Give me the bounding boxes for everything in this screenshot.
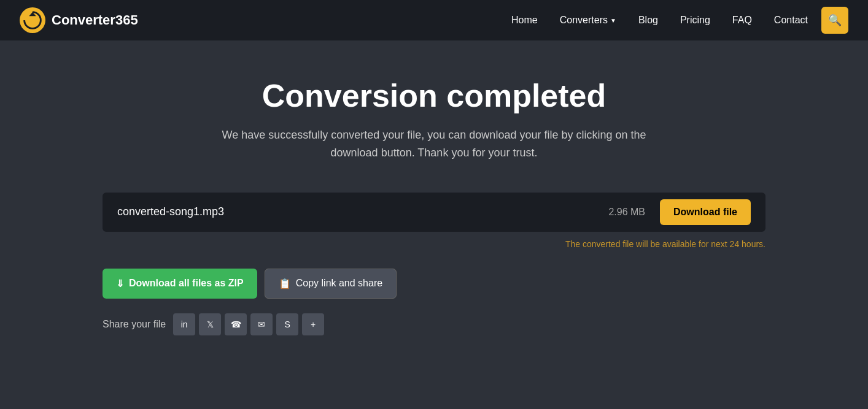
share-more-button[interactable]: +	[302, 313, 324, 335]
search-button[interactable]: 🔍	[821, 7, 848, 34]
hero-subtitle: We have successfully converted your file…	[219, 126, 649, 162]
download-zip-icon: ⇓	[116, 278, 124, 289]
availability-note: The converted file will be available for…	[103, 239, 765, 249]
download-file-button[interactable]: Download file	[660, 199, 751, 225]
file-row: converted-song1.mp3 2.96 MB Download fil…	[103, 193, 765, 232]
share-label: Share your file	[103, 319, 166, 330]
main-content: Conversion completed We have successfull…	[84, 40, 784, 360]
share-linkedin-button[interactable]: in	[173, 313, 195, 335]
copy-link-icon: 📋	[279, 278, 291, 289]
download-zip-button[interactable]: ⇓ Download all files as ZIP	[103, 269, 257, 299]
share-twitter-button[interactable]: 𝕏	[199, 313, 221, 335]
file-size: 2.96 MB	[608, 207, 645, 218]
converters-arrow-icon: ▼	[610, 17, 616, 24]
copy-link-button[interactable]: 📋 Copy link and share	[265, 269, 397, 299]
logo-text: Converter365	[52, 12, 138, 28]
share-whatsapp-button[interactable]: ☎	[225, 313, 247, 335]
file-info-right: 2.96 MB Download file	[608, 199, 751, 225]
nav-faq[interactable]: FAQ	[724, 10, 761, 31]
share-icons: in 𝕏 ☎ ✉ S +	[173, 313, 324, 335]
logo-icon	[20, 7, 45, 33]
file-name: converted-song1.mp3	[117, 205, 224, 218]
action-buttons: ⇓ Download all files as ZIP 📋 Copy link …	[103, 269, 765, 299]
nav-converters[interactable]: Converters ▼	[551, 10, 625, 31]
share-skype-button[interactable]: S	[276, 313, 298, 335]
share-row: Share your file in 𝕏 ☎ ✉ S +	[103, 313, 765, 335]
nav-pricing[interactable]: Pricing	[672, 10, 719, 31]
page-title: Conversion completed	[103, 77, 765, 114]
nav-home[interactable]: Home	[503, 10, 546, 31]
nav-blog[interactable]: Blog	[630, 10, 667, 31]
nav-links: Home Converters ▼ Blog Pricing FAQ Conta…	[503, 7, 848, 34]
navbar: Converter365 Home Converters ▼ Blog Pric…	[0, 0, 868, 40]
logo-link[interactable]: Converter365	[20, 7, 138, 33]
search-icon: 🔍	[828, 13, 842, 27]
share-email-button[interactable]: ✉	[250, 313, 273, 335]
nav-contact[interactable]: Contact	[765, 10, 816, 31]
